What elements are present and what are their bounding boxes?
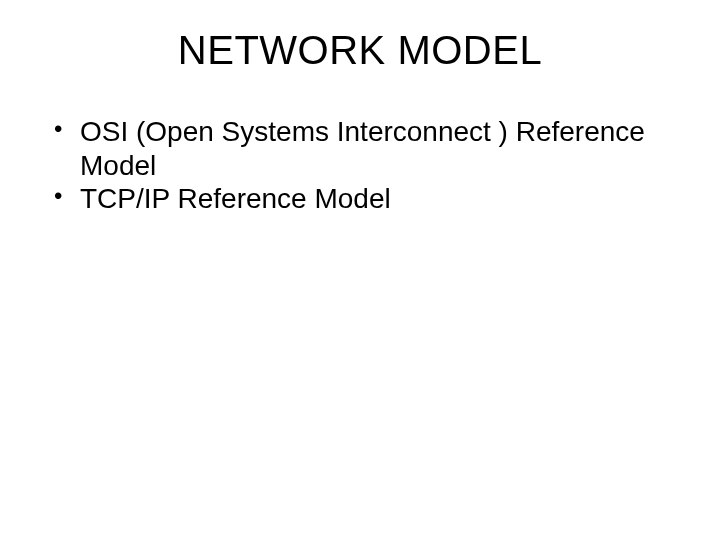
- slide-title: NETWORK MODEL: [80, 28, 640, 73]
- slide-container: NETWORK MODEL OSI (Open Systems Intercon…: [0, 0, 720, 540]
- list-item: OSI (Open Systems Interconnect ) Referen…: [50, 115, 670, 182]
- list-item: TCP/IP Reference Model: [50, 182, 670, 216]
- bullet-list: OSI (Open Systems Interconnect ) Referen…: [50, 115, 670, 216]
